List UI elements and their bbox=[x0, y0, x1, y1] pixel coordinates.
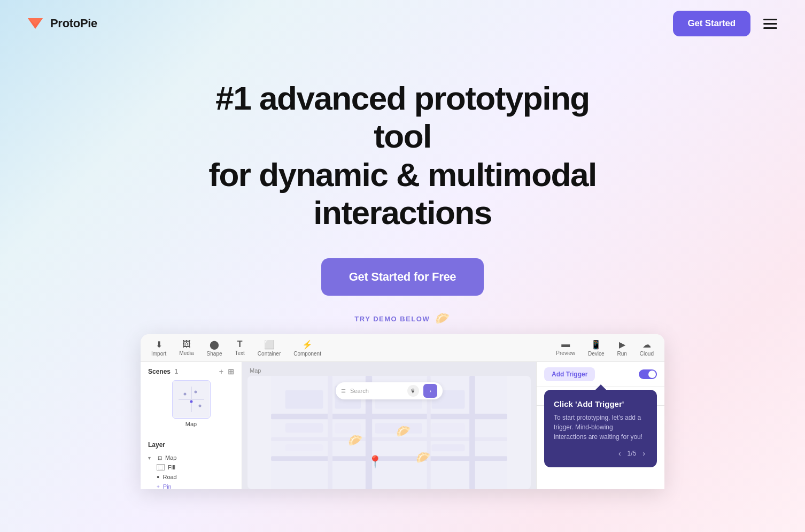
preview-label: Preview bbox=[556, 350, 575, 356]
device-icon: 📱 bbox=[591, 340, 601, 350]
toolbar-item-container[interactable]: ⬜ Container bbox=[258, 340, 281, 357]
svg-rect-17 bbox=[285, 390, 323, 409]
logo-area: ProtoPie bbox=[26, 14, 97, 33]
layer-name-pin: Pin bbox=[163, 483, 172, 489]
search-submit-button[interactable]: › bbox=[423, 384, 437, 398]
layer-section: Layer ▾ ⊡ Map ⬚ Fill ● Road bbox=[141, 437, 242, 489]
container-icon: ⬜ bbox=[264, 340, 275, 350]
toolbar-item-shape[interactable]: ⬤ Shape bbox=[207, 340, 222, 357]
toolbar-item-device[interactable]: 📱 Device bbox=[588, 340, 605, 357]
hero-title-line3: interactions bbox=[313, 194, 491, 231]
shape-icon: ⬤ bbox=[210, 340, 219, 350]
layer-road-icon: ● bbox=[157, 474, 159, 480]
layer-item-pin[interactable]: + Pin bbox=[148, 482, 234, 489]
demo-window: ⬇ Import 🖼 Media ⬤ Shape T Text bbox=[141, 334, 664, 489]
left-panel: Scenes 1 + ⊞ bbox=[141, 362, 242, 489]
map-pin-1: 🥟 bbox=[348, 434, 362, 448]
add-trigger-button[interactable]: Add Trigger bbox=[544, 367, 595, 381]
map-pin-4: 🥟 bbox=[416, 451, 430, 465]
canvas-area: Map bbox=[242, 362, 536, 489]
trigger-toggle[interactable] bbox=[639, 369, 657, 379]
scene-thumb-box bbox=[172, 380, 211, 419]
map-pin-3: 📍 bbox=[368, 455, 382, 469]
svg-rect-16 bbox=[469, 376, 475, 489]
right-panel: Add Trigger Scene 1 Fill 100 Click 'Add … bbox=[536, 362, 664, 489]
toolbar-item-media[interactable]: 🖼 Media bbox=[179, 340, 193, 356]
map-pin-2: 🥟 bbox=[396, 425, 411, 438]
hero-section: ProtoPie Get Started #1 advanced prototy… bbox=[0, 0, 805, 532]
layer-fill-icon: ⬚ bbox=[157, 464, 165, 471]
scene-thumbnail[interactable]: Map bbox=[148, 380, 234, 427]
layer-name-road: Road bbox=[162, 474, 176, 480]
media-label: Media bbox=[179, 350, 193, 356]
tooltip-footer: ‹ 1/5 › bbox=[554, 449, 647, 458]
component-label: Component bbox=[293, 351, 321, 357]
toolbar-item-component[interactable]: ⚡ Component bbox=[293, 340, 321, 357]
toolbar-left: ⬇ Import 🖼 Media ⬤ Shape T Text bbox=[151, 340, 321, 357]
tooltip-next-button[interactable]: › bbox=[640, 449, 647, 458]
cloud-label: Cloud bbox=[640, 351, 654, 357]
hero-title-line1: #1 advanced prototyping tool bbox=[215, 80, 589, 155]
svg-point-7 bbox=[190, 400, 192, 403]
scene-thumb-label: Map bbox=[185, 421, 197, 427]
tooltip-title: Click 'Add Trigger' bbox=[554, 399, 647, 408]
search-mic-button[interactable]: 🎙 bbox=[407, 385, 419, 397]
toolbar-item-import[interactable]: ⬇ Import bbox=[151, 340, 166, 357]
tooltip-prev-button[interactable]: ‹ bbox=[616, 449, 623, 458]
logo-icon bbox=[26, 14, 45, 33]
scenes-count: 1 bbox=[174, 368, 178, 375]
container-label: Container bbox=[258, 351, 281, 357]
layer-item-road[interactable]: ● Road bbox=[148, 472, 234, 482]
import-icon: ⬇ bbox=[156, 340, 162, 350]
app-toolbar: ⬇ Import 🖼 Media ⬤ Shape T Text bbox=[141, 334, 664, 362]
canvas-label: Map bbox=[250, 367, 261, 374]
cloud-icon: ☁ bbox=[643, 340, 651, 350]
svg-rect-26 bbox=[432, 444, 465, 451]
search-placeholder: Search bbox=[350, 388, 403, 394]
svg-rect-23 bbox=[285, 444, 323, 451]
search-bar-menu-icon: ☰ bbox=[341, 388, 346, 394]
svg-rect-20 bbox=[285, 423, 323, 433]
layer-header: Layer bbox=[148, 441, 234, 449]
device-label: Device bbox=[588, 351, 605, 357]
toolbar-item-preview[interactable]: ▬ Preview bbox=[556, 340, 575, 356]
logo-text: ProtoPie bbox=[50, 17, 97, 30]
scenes-grid-icon[interactable]: ⊞ bbox=[228, 367, 234, 376]
nav-right: Get Started bbox=[673, 11, 779, 36]
search-bar[interactable]: ☰ Search 🎙 › bbox=[336, 382, 443, 399]
hamburger-line-2 bbox=[763, 23, 777, 25]
tooltip-popup: Click 'Add Trigger' To start prototyping… bbox=[544, 390, 657, 467]
run-label: Run bbox=[617, 351, 627, 357]
svg-rect-13 bbox=[328, 376, 332, 489]
dumpling-emoji: 🥟 bbox=[435, 312, 451, 326]
add-scene-icon[interactable]: + bbox=[219, 367, 223, 376]
toolbar-right: ▬ Preview 📱 Device ▶ Run ☁ Cloud bbox=[556, 340, 654, 357]
text-label: Text bbox=[235, 350, 245, 356]
svg-rect-25 bbox=[432, 423, 465, 434]
get-started-nav-button[interactable]: Get Started bbox=[673, 11, 750, 36]
layer-group-icon: ⊡ bbox=[158, 455, 162, 461]
hamburger-button[interactable] bbox=[761, 17, 779, 31]
toolbar-item-cloud[interactable]: ☁ Cloud bbox=[640, 340, 654, 357]
toolbar-item-text[interactable]: T Text bbox=[235, 340, 245, 356]
cta-button[interactable]: Get Started for Free bbox=[321, 258, 484, 296]
text-icon: T bbox=[237, 340, 243, 349]
component-icon: ⚡ bbox=[302, 340, 313, 350]
media-icon: 🖼 bbox=[182, 340, 191, 349]
svg-point-6 bbox=[194, 391, 197, 394]
hamburger-line-1 bbox=[763, 19, 777, 20]
scenes-header: Scenes 1 + ⊞ bbox=[141, 362, 242, 380]
tooltip-page-current: 1 bbox=[628, 450, 631, 457]
layer-name-fill: Fill bbox=[168, 464, 175, 471]
svg-rect-21 bbox=[335, 423, 361, 434]
layer-pin-icon: + bbox=[157, 484, 160, 490]
hero-content: #1 advanced prototyping tool for dynamic… bbox=[0, 47, 805, 532]
hero-title-line2: for dynamic & multimodal bbox=[208, 156, 596, 193]
layer-expand-icon: ▾ bbox=[148, 455, 154, 461]
shape-label: Shape bbox=[207, 351, 222, 357]
run-icon: ▶ bbox=[619, 340, 625, 350]
layer-item-fill[interactable]: ⬚ Fill bbox=[148, 462, 234, 472]
layer-name-map: Map bbox=[165, 454, 176, 461]
toolbar-item-run[interactable]: ▶ Run bbox=[617, 340, 627, 357]
layer-item-map[interactable]: ▾ ⊡ Map bbox=[148, 453, 234, 462]
